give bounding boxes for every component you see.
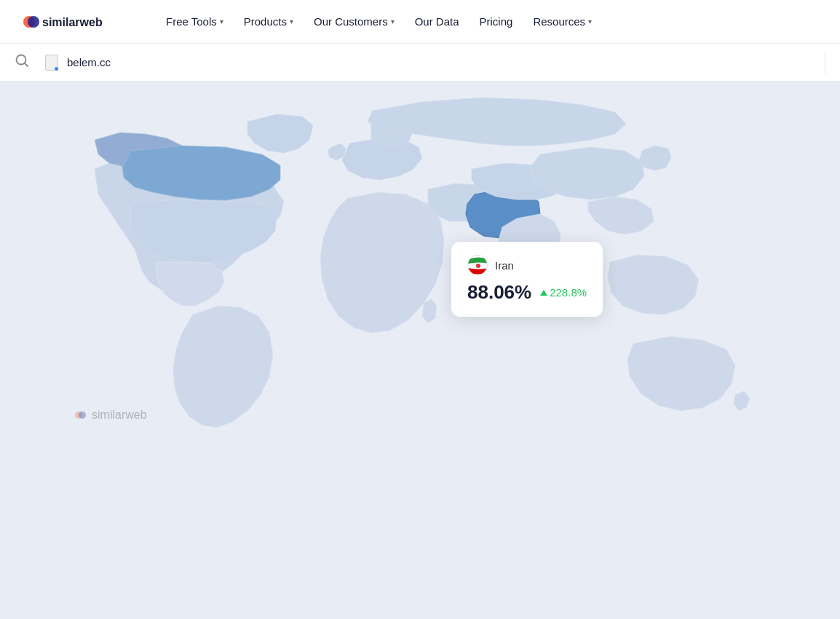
nav-item-free-tools[interactable]: Free Tools ▾ [157, 11, 232, 32]
tooltip-country-name: Iran [495, 259, 514, 272]
tooltip-percentage: 88.06% [467, 281, 531, 304]
svg-point-8 [476, 264, 480, 268]
search-bar-divider [825, 52, 825, 74]
nav-item-resources[interactable]: Resources ▾ [524, 11, 601, 32]
domain-icon [45, 55, 61, 71]
logo[interactable]: similarweb [17, 10, 134, 33]
search-bar: belem.cc [0, 44, 840, 82]
svg-point-10 [79, 411, 86, 419]
map-area: Iran 88.06% 228.8% similarweb [0, 82, 840, 619]
tooltip-card: Iran 88.06% 228.8% [451, 242, 603, 317]
nav-item-products[interactable]: Products ▾ [235, 11, 302, 32]
nav-item-our-data[interactable]: Our Data [406, 11, 468, 32]
watermark-text: similarweb [92, 409, 147, 422]
chevron-down-icon: ▾ [391, 17, 395, 25]
nav-item-our-customers[interactable]: Our Customers ▾ [305, 11, 403, 32]
chevron-down-icon: ▾ [588, 17, 592, 25]
nav-items: Free Tools ▾ Products ▾ Our Customers ▾ … [157, 11, 601, 32]
watermark: similarweb [73, 408, 147, 422]
nav-item-pricing[interactable]: Pricing [471, 11, 522, 32]
chevron-down-icon: ▾ [290, 17, 293, 25]
svg-text:similarweb: similarweb [42, 16, 103, 28]
tooltip-stats-row: 88.06% 228.8% [467, 281, 587, 304]
tooltip-change: 228.8% [540, 286, 587, 299]
navbar: similarweb Free Tools ▾ Products ▾ Our C… [0, 0, 840, 44]
svg-point-1 [28, 16, 39, 28]
chevron-down-icon: ▾ [220, 17, 223, 25]
domain-text: belem.cc [67, 56, 111, 68]
tooltip-change-value: 228.8% [550, 286, 587, 299]
domain-pill[interactable]: belem.cc [38, 52, 118, 74]
search-icon[interactable] [15, 53, 29, 71]
iran-flag-icon [467, 255, 488, 275]
svg-line-4 [25, 63, 28, 66]
arrow-up-icon [540, 290, 547, 296]
tooltip-country-row: Iran [467, 255, 587, 275]
